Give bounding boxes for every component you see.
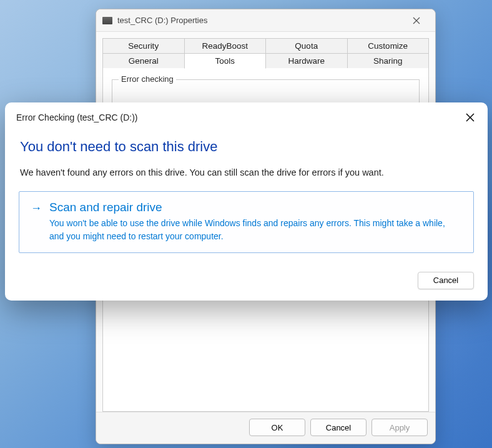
properties-button-row: OK Cancel Apply — [96, 412, 435, 444]
dialog-cancel-button[interactable]: Cancel — [418, 272, 474, 289]
command-title: Scan and repair drive — [49, 201, 462, 214]
error-checking-dialog: Error Checking (test_CRC (D:)) You don't… — [5, 102, 488, 301]
properties-close-button[interactable] — [404, 12, 429, 29]
drive-icon — [102, 17, 112, 24]
arrow-right-icon: → — [31, 201, 42, 242]
tab-strip: Security ReadyBoost Quota Customize Gene… — [102, 38, 429, 69]
groupbox-label: Error checking — [119, 74, 176, 84]
ok-button[interactable]: OK — [249, 419, 305, 436]
cancel-button[interactable]: Cancel — [310, 419, 367, 436]
scan-and-repair-command[interactable]: → Scan and repair drive You won't be abl… — [19, 191, 474, 253]
tab-general[interactable]: General — [102, 53, 185, 69]
close-icon — [466, 113, 475, 122]
dialog-close-button[interactable] — [461, 109, 479, 126]
tab-customize[interactable]: Customize — [347, 38, 430, 53]
command-description: You won't be able to use the drive while… — [49, 217, 462, 242]
tab-sharing[interactable]: Sharing — [347, 53, 430, 69]
dialog-titlebar[interactable]: Error Checking (test_CRC (D:)) — [5, 102, 488, 130]
tab-readyboost[interactable]: ReadyBoost — [184, 38, 267, 53]
dialog-footer: Cancel — [5, 253, 488, 292]
properties-title: test_CRC (D:) Properties — [117, 16, 404, 25]
tab-hardware[interactable]: Hardware — [265, 53, 348, 69]
apply-button[interactable]: Apply — [371, 419, 428, 436]
tab-tools[interactable]: Tools — [184, 53, 267, 69]
close-icon — [413, 17, 420, 24]
tab-quota[interactable]: Quota — [265, 38, 348, 53]
dialog-body-text: We haven't found any errors on this driv… — [5, 160, 488, 191]
dialog-heading: You don't need to scan this drive — [5, 130, 488, 160]
properties-titlebar[interactable]: test_CRC (D:) Properties — [96, 9, 435, 32]
dialog-title: Error Checking (test_CRC (D:)) — [16, 112, 461, 122]
tab-security[interactable]: Security — [102, 38, 185, 53]
